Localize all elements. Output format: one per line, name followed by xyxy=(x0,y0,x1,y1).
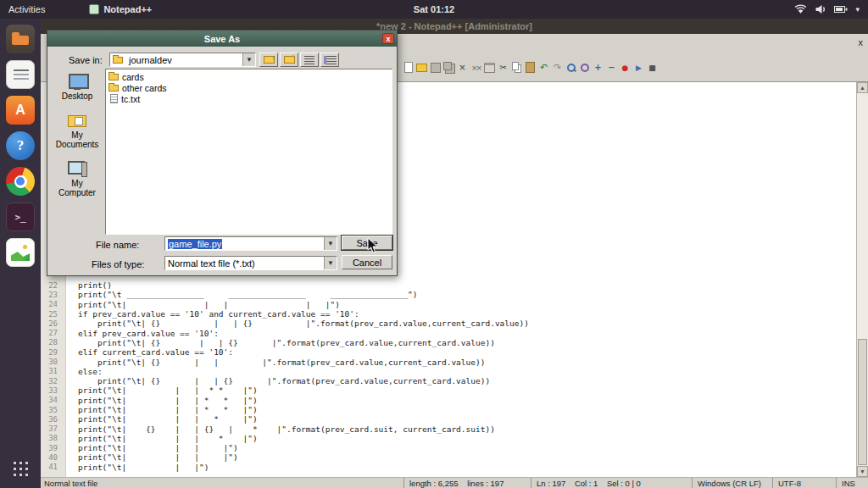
line-number: 29 xyxy=(41,348,63,357)
file-name-combo[interactable]: game_file.py ▼ xyxy=(164,236,337,251)
code-text: print("\t| {} | | |".format(prev_card.va… xyxy=(63,358,485,367)
line-number: 27 xyxy=(41,329,63,337)
line-number: 26 xyxy=(41,319,63,328)
save-icon[interactable] xyxy=(430,62,441,73)
files-icon[interactable] xyxy=(6,25,35,53)
window-close-button[interactable]: x xyxy=(859,38,864,47)
line-number: 34 xyxy=(41,396,63,404)
code-line: 31 else: xyxy=(41,367,856,376)
file-item-icon xyxy=(108,85,119,92)
scroll-up-button[interactable]: ▲ xyxy=(857,82,868,93)
code-text: print("\t| {} | | {} |".format(prev_card… xyxy=(63,376,490,385)
top-panel: Activities Notepad++ Sat 01:12 ▾ xyxy=(0,0,868,19)
line-number: 23 xyxy=(41,291,63,299)
image-viewer-icon[interactable] xyxy=(6,238,35,267)
save-all-icon[interactable] xyxy=(443,62,454,73)
editor-scrollbar[interactable]: ▲ ▼ xyxy=(856,82,868,477)
place-my-computer[interactable]: My Computer xyxy=(53,160,102,197)
activities-button[interactable]: Activities xyxy=(0,4,53,14)
code-line: 36 print("\t| | | * |") xyxy=(41,414,856,424)
scroll-down-button[interactable]: ▼ xyxy=(857,466,868,477)
window-title: *new 2 - Notepad++ [Administrator] xyxy=(376,21,532,31)
line-number: 37 xyxy=(41,424,63,433)
place-my-documents[interactable]: My Documents xyxy=(53,112,102,149)
my-computer-icon xyxy=(66,160,88,177)
line-number: 28 xyxy=(41,338,63,347)
code-text: print("\t| | | * |") xyxy=(63,414,258,424)
terminal-icon[interactable] xyxy=(6,202,35,231)
show-apps-button[interactable] xyxy=(6,454,35,483)
view-list-button[interactable] xyxy=(300,53,319,67)
save-button[interactable]: Save xyxy=(342,236,392,250)
save-in-label: Save in: xyxy=(69,55,103,65)
replace-icon[interactable] xyxy=(579,62,590,73)
find-icon[interactable] xyxy=(565,62,576,73)
code-text: print("\t| {} | | {} |".format(prev_card… xyxy=(63,319,529,328)
code-line: 24 print("\t| | | | |") xyxy=(41,300,856,309)
file-item-label: other cards xyxy=(122,83,167,93)
line-number: 25 xyxy=(41,310,63,319)
open-folder-mini-icon xyxy=(113,57,123,64)
close-all-icon[interactable] xyxy=(470,62,481,73)
help-icon[interactable] xyxy=(6,131,35,160)
volume-icon xyxy=(815,4,826,14)
status-eol[interactable]: Windows (CR LF) xyxy=(692,478,772,488)
place-desktop[interactable]: Desktop xyxy=(53,73,102,101)
scroll-thumb[interactable] xyxy=(858,339,867,465)
new-folder-button[interactable] xyxy=(280,53,298,67)
save-in-combo[interactable]: journaldev ▼ xyxy=(109,53,256,67)
up-one-level-button[interactable] xyxy=(259,53,278,67)
new-file-icon[interactable] xyxy=(403,62,414,73)
file-type-dropdown-arrow[interactable]: ▼ xyxy=(324,257,337,269)
chevron-down-icon: ▾ xyxy=(855,5,860,14)
paste-icon[interactable] xyxy=(525,62,536,73)
cancel-button[interactable]: Cancel xyxy=(342,255,392,269)
open-folder-icon[interactable] xyxy=(416,62,427,73)
redo-icon[interactable] xyxy=(552,62,563,73)
file-listbox[interactable]: cards other cards tc.txt xyxy=(105,69,392,235)
software-store-icon[interactable] xyxy=(6,96,35,125)
status-cursor: Ln : 197 Col : 1 Sel : 0 | 0 xyxy=(531,478,692,488)
file-type-combo[interactable]: Normal text file (*.txt) ▼ xyxy=(164,256,337,270)
save-in-dropdown-arrow[interactable]: ▼ xyxy=(242,53,255,66)
text-editor-icon[interactable] xyxy=(6,60,35,89)
undo-icon[interactable] xyxy=(538,62,549,73)
play-macro-icon[interactable] xyxy=(633,62,644,73)
save-in-value: journaldev xyxy=(126,55,242,65)
line-number: 30 xyxy=(41,358,63,366)
line-number: 38 xyxy=(41,434,63,442)
copy-icon[interactable] xyxy=(511,62,522,73)
stop-macro-icon[interactable] xyxy=(647,62,658,73)
chromium-icon[interactable] xyxy=(6,167,35,196)
zoom-in-icon[interactable] xyxy=(593,62,604,73)
code-text: if prev_card.value == '10' and current_c… xyxy=(63,309,359,319)
file-item[interactable]: tc.txt xyxy=(108,93,389,104)
status-bar: Normal text file length : 6,255 lines : … xyxy=(41,477,868,488)
print-icon[interactable] xyxy=(484,62,495,73)
dialog-close-button[interactable]: x xyxy=(382,33,394,44)
toolbar xyxy=(403,62,660,73)
view-details-button[interactable] xyxy=(320,53,339,67)
code-text: print("\t| | | * * |") xyxy=(63,385,258,395)
app-menu[interactable]: Notepad++ xyxy=(89,4,152,14)
file-item[interactable]: other cards xyxy=(108,82,389,93)
file-type-value: Normal text file (*.txt) xyxy=(165,258,324,269)
record-macro-icon[interactable] xyxy=(620,62,631,73)
file-name-dropdown-arrow[interactable]: ▼ xyxy=(324,237,337,250)
status-encoding[interactable]: UTF-8 xyxy=(772,478,836,488)
close-file-icon[interactable] xyxy=(457,62,468,73)
file-name-value[interactable]: game_file.py xyxy=(168,239,222,249)
zoom-out-icon[interactable] xyxy=(606,62,617,73)
system-indicators[interactable]: ▾ xyxy=(794,4,868,14)
status-length: length : 6,255 lines : 197 xyxy=(403,478,531,488)
cut-icon[interactable] xyxy=(498,62,509,73)
status-insert-mode[interactable]: INS xyxy=(836,478,868,488)
code-line: 32 print("\t| {} | | {} |".format(prev_c… xyxy=(41,376,856,385)
line-number: 41 xyxy=(41,463,63,471)
code-line: 23 print("\t ________________ __________… xyxy=(41,290,856,299)
file-item-icon xyxy=(108,74,119,80)
dialog-titlebar[interactable]: Save As x xyxy=(47,30,397,47)
code-line: 25 if prev_card.value == '10' and curren… xyxy=(41,309,856,319)
line-number: 40 xyxy=(41,453,63,462)
file-item[interactable]: cards xyxy=(108,71,389,82)
